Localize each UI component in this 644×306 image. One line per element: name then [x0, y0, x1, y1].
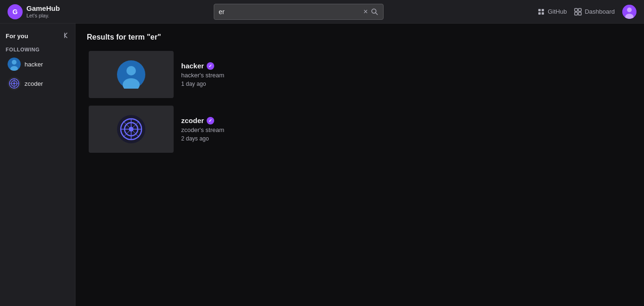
result-time-hacker: 1 day ago [181, 81, 224, 87]
result-info-hacker: hacker ✓ hacker's stream 1 day ago [181, 51, 224, 98]
sidebar-hacker-name: hacker [25, 61, 43, 68]
svg-line-1 [376, 13, 377, 15]
result-name-row-zcoder: zcoder ✓ [181, 116, 224, 124]
search-submit-button[interactable] [371, 8, 378, 16]
sidebar-item-hacker[interactable]: hacker [2, 55, 73, 74]
logo-text: GameHub Let's play. [26, 4, 60, 19]
content-area: Results for term "er" hacker ✓ hacker's … [75, 24, 644, 306]
sidebar-item-zcoder[interactable]: zcoder [2, 74, 73, 93]
result-thumbnail-zcoder [89, 106, 174, 153]
svg-rect-7 [578, 8, 581, 11]
search-container: × [89, 4, 508, 20]
sidebar: For you Following hacker [0, 24, 75, 306]
search-icon [371, 8, 378, 16]
result-name-row-hacker: hacker ✓ [181, 62, 224, 70]
verified-badge-hacker: ✓ [207, 62, 214, 70]
svg-point-11 [627, 8, 632, 12]
user-avatar[interactable] [622, 5, 636, 19]
result-card-hacker[interactable]: hacker ✓ hacker's stream 1 day ago [87, 49, 633, 100]
logo-area: G GameHub Let's play. [8, 4, 83, 19]
result-info-zcoder: zcoder ✓ zcoder's stream 2 days ago [181, 106, 224, 153]
app-title: GameHub [26, 4, 60, 13]
result-card-zcoder[interactable]: zcoder ✓ zcoder's stream 2 days ago [87, 104, 633, 155]
sidebar-avatar-hacker [8, 58, 21, 71]
logo-icon: G [8, 4, 23, 19]
result-stream-title-zcoder: zcoder's stream [181, 126, 224, 133]
sidebar-section-header: For you [0, 29, 75, 43]
result-time-zcoder: 2 days ago [181, 135, 224, 142]
dashboard-icon [574, 8, 582, 16]
following-label: Following [0, 43, 75, 54]
for-you-label: For you [6, 33, 28, 40]
verified-badge-zcoder: ✓ [207, 117, 214, 124]
search-clear-button[interactable]: × [363, 8, 368, 16]
search-bar: × [214, 4, 384, 20]
dashboard-link[interactable]: Dashboard [574, 8, 615, 16]
header-right: GitHub Dashboard [514, 5, 636, 19]
svg-rect-5 [542, 12, 544, 15]
github-icon [537, 8, 545, 16]
sidebar-zcoder-name: zcoder [25, 80, 43, 87]
svg-rect-9 [578, 12, 581, 15]
collapse-icon [63, 32, 69, 39]
svg-rect-6 [575, 8, 577, 11]
result-thumbnail-hacker [89, 51, 174, 98]
result-stream-title-hacker: hacker's stream [181, 72, 224, 79]
svg-rect-2 [538, 9, 541, 11]
svg-rect-3 [542, 9, 544, 11]
avatar-image [622, 5, 636, 19]
main-area: For you Following hacker [0, 24, 644, 306]
app-subtitle: Let's play. [26, 13, 60, 19]
search-input[interactable] [219, 8, 361, 16]
svg-rect-8 [575, 12, 577, 15]
results-heading: Results for term "er" [87, 33, 633, 41]
github-link[interactable]: GitHub [537, 8, 567, 16]
sidebar-avatar-zcoder [8, 77, 21, 90]
sidebar-collapse-button[interactable] [63, 32, 69, 40]
header: G GameHub Let's play. × [0, 0, 644, 24]
result-name-zcoder: zcoder [181, 116, 204, 124]
result-name-hacker: hacker [181, 62, 204, 70]
svg-rect-4 [538, 12, 541, 15]
svg-point-15 [12, 60, 17, 65]
svg-point-24 [126, 66, 136, 75]
